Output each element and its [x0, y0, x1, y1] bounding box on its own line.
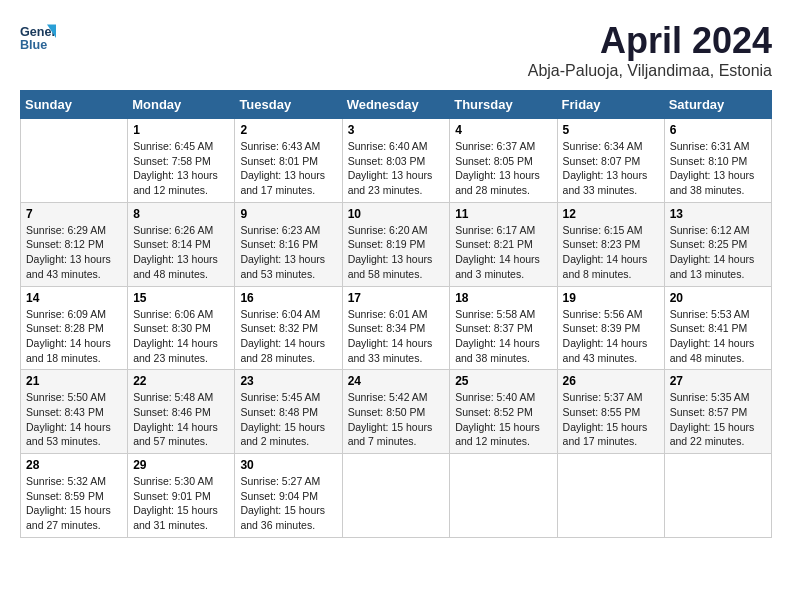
day-info: Sunrise: 5:27 AMSunset: 9:04 PMDaylight:… [240, 474, 336, 533]
calendar-week-row: 7Sunrise: 6:29 AMSunset: 8:12 PMDaylight… [21, 202, 772, 286]
calendar-day-cell: 12Sunrise: 6:15 AMSunset: 8:23 PMDayligh… [557, 202, 664, 286]
calendar-day-cell: 26Sunrise: 5:37 AMSunset: 8:55 PMDayligh… [557, 370, 664, 454]
calendar-table: SundayMondayTuesdayWednesdayThursdayFrid… [20, 90, 772, 538]
dow-cell: Sunday [21, 91, 128, 119]
day-number: 20 [670, 291, 766, 305]
day-info: Sunrise: 5:56 AMSunset: 8:39 PMDaylight:… [563, 307, 659, 366]
dow-cell: Friday [557, 91, 664, 119]
day-number: 17 [348, 291, 445, 305]
day-number: 25 [455, 374, 551, 388]
page-header: General Blue General Blue April 2024 Abj… [20, 20, 772, 80]
day-number: 23 [240, 374, 336, 388]
day-info: Sunrise: 5:37 AMSunset: 8:55 PMDaylight:… [563, 390, 659, 449]
day-info: Sunrise: 5:50 AMSunset: 8:43 PMDaylight:… [26, 390, 122, 449]
day-number: 1 [133, 123, 229, 137]
day-info: Sunrise: 5:35 AMSunset: 8:57 PMDaylight:… [670, 390, 766, 449]
day-number: 15 [133, 291, 229, 305]
calendar-day-cell: 15Sunrise: 6:06 AMSunset: 8:30 PMDayligh… [128, 286, 235, 370]
day-info: Sunrise: 6:09 AMSunset: 8:28 PMDaylight:… [26, 307, 122, 366]
day-number: 18 [455, 291, 551, 305]
day-info: Sunrise: 6:26 AMSunset: 8:14 PMDaylight:… [133, 223, 229, 282]
calendar-day-cell: 30Sunrise: 5:27 AMSunset: 9:04 PMDayligh… [235, 454, 342, 538]
calendar-day-cell: 27Sunrise: 5:35 AMSunset: 8:57 PMDayligh… [664, 370, 771, 454]
day-number: 2 [240, 123, 336, 137]
day-number: 5 [563, 123, 659, 137]
day-number: 19 [563, 291, 659, 305]
calendar-day-cell: 3Sunrise: 6:40 AMSunset: 8:03 PMDaylight… [342, 119, 450, 203]
calendar-day-cell: 8Sunrise: 6:26 AMSunset: 8:14 PMDaylight… [128, 202, 235, 286]
calendar-day-cell: 10Sunrise: 6:20 AMSunset: 8:19 PMDayligh… [342, 202, 450, 286]
calendar-day-cell: 18Sunrise: 5:58 AMSunset: 8:37 PMDayligh… [450, 286, 557, 370]
day-number: 4 [455, 123, 551, 137]
calendar-day-cell [21, 119, 128, 203]
day-number: 21 [26, 374, 122, 388]
calendar-day-cell: 19Sunrise: 5:56 AMSunset: 8:39 PMDayligh… [557, 286, 664, 370]
day-number: 28 [26, 458, 122, 472]
calendar-day-cell: 22Sunrise: 5:48 AMSunset: 8:46 PMDayligh… [128, 370, 235, 454]
svg-text:Blue: Blue [20, 38, 47, 52]
day-info: Sunrise: 6:01 AMSunset: 8:34 PMDaylight:… [348, 307, 445, 366]
calendar-day-cell: 13Sunrise: 6:12 AMSunset: 8:25 PMDayligh… [664, 202, 771, 286]
day-number: 3 [348, 123, 445, 137]
day-number: 10 [348, 207, 445, 221]
day-info: Sunrise: 6:31 AMSunset: 8:10 PMDaylight:… [670, 139, 766, 198]
calendar-day-cell: 14Sunrise: 6:09 AMSunset: 8:28 PMDayligh… [21, 286, 128, 370]
day-info: Sunrise: 5:40 AMSunset: 8:52 PMDaylight:… [455, 390, 551, 449]
calendar-day-cell: 1Sunrise: 6:45 AMSunset: 7:58 PMDaylight… [128, 119, 235, 203]
dow-cell: Thursday [450, 91, 557, 119]
day-number: 14 [26, 291, 122, 305]
calendar-day-cell: 29Sunrise: 5:30 AMSunset: 9:01 PMDayligh… [128, 454, 235, 538]
day-number: 26 [563, 374, 659, 388]
calendar-week-row: 21Sunrise: 5:50 AMSunset: 8:43 PMDayligh… [21, 370, 772, 454]
day-number: 24 [348, 374, 445, 388]
day-info: Sunrise: 6:43 AMSunset: 8:01 PMDaylight:… [240, 139, 336, 198]
calendar-body: 1Sunrise: 6:45 AMSunset: 7:58 PMDaylight… [21, 119, 772, 538]
day-number: 9 [240, 207, 336, 221]
day-number: 11 [455, 207, 551, 221]
day-number: 29 [133, 458, 229, 472]
day-of-week-header: SundayMondayTuesdayWednesdayThursdayFrid… [21, 91, 772, 119]
dow-cell: Wednesday [342, 91, 450, 119]
calendar-day-cell: 20Sunrise: 5:53 AMSunset: 8:41 PMDayligh… [664, 286, 771, 370]
calendar-day-cell: 17Sunrise: 6:01 AMSunset: 8:34 PMDayligh… [342, 286, 450, 370]
calendar-week-row: 1Sunrise: 6:45 AMSunset: 7:58 PMDaylight… [21, 119, 772, 203]
day-info: Sunrise: 5:32 AMSunset: 8:59 PMDaylight:… [26, 474, 122, 533]
day-info: Sunrise: 5:45 AMSunset: 8:48 PMDaylight:… [240, 390, 336, 449]
day-info: Sunrise: 6:34 AMSunset: 8:07 PMDaylight:… [563, 139, 659, 198]
calendar-day-cell: 4Sunrise: 6:37 AMSunset: 8:05 PMDaylight… [450, 119, 557, 203]
day-info: Sunrise: 6:04 AMSunset: 8:32 PMDaylight:… [240, 307, 336, 366]
day-info: Sunrise: 6:15 AMSunset: 8:23 PMDaylight:… [563, 223, 659, 282]
day-number: 7 [26, 207, 122, 221]
calendar-day-cell [342, 454, 450, 538]
dow-cell: Monday [128, 91, 235, 119]
day-info: Sunrise: 6:17 AMSunset: 8:21 PMDaylight:… [455, 223, 551, 282]
day-info: Sunrise: 6:23 AMSunset: 8:16 PMDaylight:… [240, 223, 336, 282]
title-area: April 2024 Abja-Paluoja, Viljandimaa, Es… [528, 20, 772, 80]
calendar-day-cell: 23Sunrise: 5:45 AMSunset: 8:48 PMDayligh… [235, 370, 342, 454]
day-info: Sunrise: 5:58 AMSunset: 8:37 PMDaylight:… [455, 307, 551, 366]
dow-cell: Tuesday [235, 91, 342, 119]
day-info: Sunrise: 6:20 AMSunset: 8:19 PMDaylight:… [348, 223, 445, 282]
day-info: Sunrise: 6:29 AMSunset: 8:12 PMDaylight:… [26, 223, 122, 282]
month-title: April 2024 [528, 20, 772, 62]
day-info: Sunrise: 5:53 AMSunset: 8:41 PMDaylight:… [670, 307, 766, 366]
calendar-day-cell: 9Sunrise: 6:23 AMSunset: 8:16 PMDaylight… [235, 202, 342, 286]
day-info: Sunrise: 6:40 AMSunset: 8:03 PMDaylight:… [348, 139, 445, 198]
calendar-day-cell: 16Sunrise: 6:04 AMSunset: 8:32 PMDayligh… [235, 286, 342, 370]
logo-icon: General Blue [20, 20, 56, 56]
calendar-day-cell: 7Sunrise: 6:29 AMSunset: 8:12 PMDaylight… [21, 202, 128, 286]
day-info: Sunrise: 6:37 AMSunset: 8:05 PMDaylight:… [455, 139, 551, 198]
calendar-day-cell [664, 454, 771, 538]
calendar-day-cell: 21Sunrise: 5:50 AMSunset: 8:43 PMDayligh… [21, 370, 128, 454]
day-number: 22 [133, 374, 229, 388]
calendar-day-cell: 24Sunrise: 5:42 AMSunset: 8:50 PMDayligh… [342, 370, 450, 454]
day-info: Sunrise: 5:48 AMSunset: 8:46 PMDaylight:… [133, 390, 229, 449]
calendar-week-row: 28Sunrise: 5:32 AMSunset: 8:59 PMDayligh… [21, 454, 772, 538]
day-info: Sunrise: 6:12 AMSunset: 8:25 PMDaylight:… [670, 223, 766, 282]
day-info: Sunrise: 5:30 AMSunset: 9:01 PMDaylight:… [133, 474, 229, 533]
day-info: Sunrise: 6:45 AMSunset: 7:58 PMDaylight:… [133, 139, 229, 198]
calendar-day-cell: 25Sunrise: 5:40 AMSunset: 8:52 PMDayligh… [450, 370, 557, 454]
day-number: 30 [240, 458, 336, 472]
calendar-day-cell: 6Sunrise: 6:31 AMSunset: 8:10 PMDaylight… [664, 119, 771, 203]
day-number: 13 [670, 207, 766, 221]
